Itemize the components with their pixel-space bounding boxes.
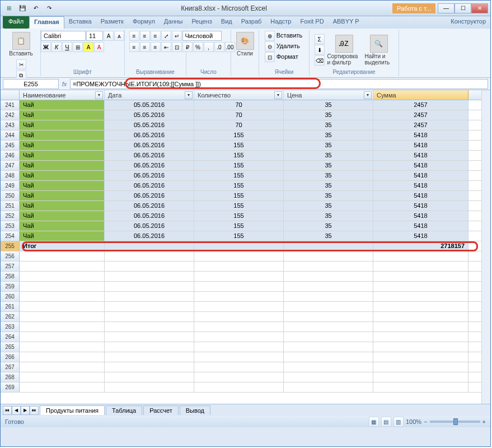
comma-icon[interactable]: , (204, 42, 214, 52)
cell-name[interactable]: Чай (20, 100, 105, 110)
table-row[interactable]: 259 (1, 282, 490, 292)
cell-total-label[interactable]: Итог (20, 241, 105, 251)
align-top-icon[interactable]: ≡ (129, 31, 139, 41)
row-header[interactable]: 248 (1, 171, 20, 180)
cell-qty[interactable]: 70 (194, 110, 284, 120)
cell-price[interactable]: 35 (284, 151, 373, 160)
cell-date[interactable]: 06.05.2016 (105, 181, 194, 190)
cell-qty[interactable]: 155 (194, 151, 284, 160)
table-row[interactable]: 241 Чай 05.05.2016 70 35 2457 (1, 100, 490, 110)
cell[interactable] (105, 382, 194, 392)
tab-file[interactable]: Файл (3, 16, 29, 29)
cell-name[interactable]: Чай (20, 110, 105, 120)
insert-cells-button[interactable]: ⊕Вставить (265, 31, 304, 41)
cell[interactable] (284, 332, 373, 342)
cell[interactable] (105, 312, 194, 321)
cell-date[interactable]: 06.05.2016 (105, 191, 194, 200)
table-row[interactable]: 263 (1, 322, 490, 332)
cell-name[interactable]: Чай (20, 120, 105, 130)
table-row[interactable]: 253 Чай 06.05.2016 155 35 5418 (1, 221, 490, 231)
cell[interactable] (373, 251, 468, 261)
cell[interactable] (373, 382, 468, 392)
sheet-tab[interactable]: Рассчет (143, 405, 179, 415)
cell-sum[interactable]: 5418 (373, 141, 468, 150)
col-header-name[interactable]: Наименование▼ (20, 90, 105, 100)
filter-icon[interactable]: ▼ (185, 91, 193, 99)
cell-sum[interactable]: 5418 (373, 161, 468, 170)
row-header[interactable]: 256 (1, 251, 20, 261)
font-size-combo[interactable]: 11 (86, 31, 103, 41)
row-header[interactable]: 265 (1, 342, 20, 352)
minimize-button[interactable]: — (438, 3, 454, 13)
cell-date[interactable]: 06.05.2016 (105, 141, 194, 150)
total-row[interactable]: 255 Итог 2718157 (1, 241, 490, 251)
cell[interactable] (373, 372, 468, 382)
cell-qty[interactable]: 155 (194, 231, 284, 241)
table-row[interactable]: 265 (1, 342, 490, 352)
cell[interactable] (373, 342, 468, 352)
row-header[interactable]: 241 (1, 100, 20, 110)
cell[interactable] (373, 262, 468, 271)
cell[interactable] (194, 322, 284, 332)
worksheet-grid[interactable]: Наименование▼ Дата▼ Количество▼ Цена▼ Су… (1, 90, 490, 404)
cell-sum[interactable]: 5418 (373, 211, 468, 221)
fill-icon[interactable]: ⬇ (315, 45, 325, 55)
cell[interactable] (20, 262, 105, 271)
table-row[interactable]: 250 Чай 06.05.2016 155 35 5418 (1, 191, 490, 201)
cell-qty[interactable]: 155 (194, 191, 284, 200)
format-cells-button[interactable]: ⊡Формат (265, 52, 304, 62)
cell-qty[interactable]: 155 (194, 201, 284, 211)
cell-date[interactable]: 05.05.2016 (105, 110, 194, 120)
view-break-icon[interactable]: ▥ (393, 417, 404, 427)
align-left-icon[interactable]: ≡ (129, 42, 139, 52)
shrink-font-icon[interactable]: ᴀ (114, 31, 124, 41)
cell[interactable] (373, 282, 468, 291)
percent-icon[interactable]: % (193, 42, 203, 52)
cell[interactable] (105, 372, 194, 382)
cell[interactable] (194, 332, 284, 342)
cut-icon[interactable]: ✂ (16, 59, 26, 69)
cell-date[interactable]: 06.05.2016 (105, 231, 194, 241)
cell-price[interactable]: 35 (284, 100, 373, 110)
cell[interactable] (194, 382, 284, 392)
cell-sum[interactable]: 5418 (373, 171, 468, 180)
cell[interactable] (284, 372, 373, 382)
sheet-nav-first[interactable]: ⏮ (3, 406, 12, 415)
orientation-icon[interactable]: ⤢ (161, 31, 171, 41)
cell-sum[interactable]: 5418 (373, 221, 468, 231)
cell-sum[interactable]: 5418 (373, 201, 468, 211)
cell[interactable] (105, 282, 194, 291)
cell-sum[interactable]: 5418 (373, 191, 468, 200)
row-header[interactable]: 245 (1, 141, 20, 150)
cell-date[interactable]: 06.05.2016 (105, 171, 194, 180)
row-header[interactable]: 260 (1, 292, 20, 301)
row-header[interactable]: 243 (1, 120, 20, 130)
cell-sum[interactable]: 5418 (373, 181, 468, 190)
cell[interactable] (194, 292, 284, 301)
cell[interactable] (373, 352, 468, 362)
cell[interactable] (20, 312, 105, 321)
row-header[interactable]: 267 (1, 362, 20, 372)
row-header[interactable]: 246 (1, 151, 20, 160)
cell[interactable] (20, 302, 105, 311)
cell[interactable] (20, 282, 105, 291)
cell-name[interactable]: Чай (20, 141, 105, 150)
align-bot-icon[interactable]: ≡ (151, 31, 161, 41)
cell[interactable] (105, 272, 194, 281)
zoom-in-button[interactable]: + (482, 418, 486, 425)
bold-button[interactable]: Ж (41, 42, 51, 52)
cell-sum[interactable]: 2457 (373, 110, 468, 120)
cell[interactable] (105, 251, 194, 261)
delete-cells-button[interactable]: ⊖Удалить (265, 41, 304, 52)
align-mid-icon[interactable]: ≡ (140, 31, 150, 41)
select-all-corner[interactable] (1, 90, 20, 100)
cell-name[interactable]: Чай (20, 191, 105, 200)
formula-input[interactable] (70, 79, 488, 89)
context-tab[interactable]: Работа с т... (392, 3, 435, 13)
row-header[interactable]: 264 (1, 332, 20, 342)
cell[interactable] (194, 352, 284, 362)
row-header[interactable]: 259 (1, 282, 20, 291)
row-header[interactable]: 252 (1, 211, 20, 221)
filter-icon[interactable]: ▼ (274, 91, 282, 99)
cell[interactable] (284, 352, 373, 362)
